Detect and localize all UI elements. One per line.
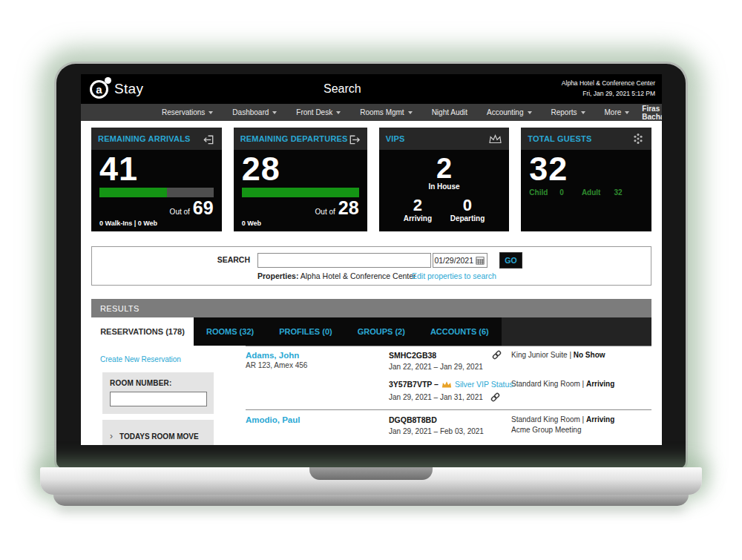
reservation-row: 3Y57B7VTP – Silver VIP Status Jan 29, 20… (246, 380, 651, 403)
todays-room-move-label: TODAYS ROOM MOVE (119, 432, 199, 441)
kpi-cards: REMAINING ARRIVALS 41 Out of (91, 128, 651, 231)
logo-text: Stay (114, 81, 143, 97)
properties-value: Alpha Hotel & Conference Center (298, 271, 416, 280)
stay-dates: Jan 22, 2021 – Jan 29, 2021 (389, 363, 511, 371)
main-nav: Reservations Dashboard Front Desk Rooms … (81, 104, 662, 121)
departures-progress (242, 188, 359, 197)
property-name: Alpha Hotel & Conference Center (562, 79, 655, 89)
room-status-cell: Standard King Room | Arriving Acme Group… (511, 415, 651, 435)
confirmation-cell: 3Y57B7VTP – Silver VIP Status Jan 29, 20… (389, 380, 511, 403)
guest-name-link[interactable]: Adams, John (246, 351, 389, 360)
card-header: REMAINING ARRIVALS (91, 128, 222, 150)
results-sidebar: Create New Reservation ROOM NUMBER: › TO… (91, 346, 223, 445)
confirmation-number: 3Y57B7VTP – (389, 380, 439, 389)
card-title: VIPS (386, 134, 405, 143)
search-date-field[interactable]: 01/29/2021 (433, 253, 487, 268)
calendar-icon[interactable] (476, 256, 485, 265)
card-remaining-departures: REMAINING DEPARTURES 28 Out of (234, 128, 367, 231)
total-guests-value: 32 (529, 152, 643, 185)
out-of-label: Out of (170, 208, 190, 216)
properties-label: Properties: (257, 271, 298, 280)
chevron-down-icon (528, 111, 532, 114)
vips-departing-label: Departing (450, 214, 485, 223)
chevron-down-icon (625, 111, 629, 114)
laptop-bezel: a Stay Search Alpha Hotel & Conference C… (56, 64, 686, 469)
nav-item-front-desk[interactable]: Front Desk (286, 108, 350, 116)
door-arrow-in-icon (203, 133, 215, 145)
vips-arriving: 2 Arriving (404, 197, 432, 223)
link-icon[interactable] (490, 392, 501, 403)
guest-cell: Amodio, Paul (246, 415, 389, 435)
reservation-status: Arriving (586, 380, 614, 388)
tab-rooms[interactable]: ROOMS (32) (194, 317, 266, 346)
room-status-cell: Standard King Room | Arriving (511, 380, 651, 403)
departures-out-of: Out of 28 (242, 197, 359, 219)
card-vips: VIPS 2 In House (379, 128, 510, 231)
chevron-right-icon: › (110, 431, 113, 441)
nav-item-accounting[interactable]: Accounting (477, 108, 541, 116)
adult-value: 32 (614, 188, 622, 197)
vips-departing-value: 0 (450, 197, 485, 214)
search-properties: Properties: Alpha Hotel & Conference Cen… (257, 271, 416, 280)
stay-dates-line: Jan 29, 2021 – Jan 31, 2021 (389, 392, 511, 403)
logo-dot-icon (105, 77, 111, 84)
laptop-lid-notch (309, 467, 433, 480)
guest-cell: Adams, John AR 123, Amex 456 (246, 351, 389, 371)
vips-arriving-value: 2 (404, 197, 432, 214)
chevron-down-icon (408, 111, 413, 114)
card-remaining-arrivals: REMAINING ARRIVALS 41 Out of (91, 128, 222, 231)
reservation-row: Adams, John AR 123, Amex 456 SMHC2GB38 J… (246, 351, 651, 371)
app-logo: a Stay (90, 80, 143, 99)
tab-reservations[interactable]: RESERVATIONS (178) (91, 317, 194, 346)
arrivals-progress-fill (99, 188, 167, 197)
results-body: Create New Reservation ROOM NUMBER: › TO… (91, 346, 651, 445)
edit-properties-link[interactable]: Edit properties to search (412, 271, 496, 280)
door-arrow-out-icon (348, 133, 361, 145)
nav-user-menu[interactable]: Firas Bacha (639, 105, 662, 121)
tabs-strip: ROOMS (32) PROFILES (0) GROUPS (2) ACCOU… (194, 317, 502, 346)
arrivals-out-of: Out of 69 (99, 197, 214, 219)
card-header: REMAINING DEPARTURES (234, 128, 367, 150)
arrivals-progress (99, 188, 214, 197)
results-title: RESULTS (100, 304, 139, 313)
card-total-guests: TOTAL GUESTS 32 (521, 128, 651, 231)
nav-item-reservations[interactable]: Reservations (152, 108, 223, 116)
nav-item-dashboard[interactable]: Dashboard (223, 108, 286, 116)
results-header-bar: RESULTS (91, 299, 651, 317)
guest-breakdown: Child 0 Adult 32 (529, 188, 643, 197)
search-input[interactable] (257, 253, 431, 268)
reservations-list: Adams, John AR 123, Amex 456 SMHC2GB38 J… (246, 346, 651, 445)
room-type: King Junior Suite | (511, 351, 574, 359)
go-button[interactable]: GO (499, 252, 522, 269)
link-icon[interactable] (491, 349, 502, 363)
todays-room-move-expander[interactable]: › TODAYS ROOM MOVE (102, 420, 214, 445)
room-status-cell: King Junior Suite | No Show (511, 351, 651, 371)
nav-item-reports[interactable]: Reports (542, 108, 595, 116)
out-of-label: Out of (315, 208, 335, 216)
create-new-reservation-link[interactable]: Create New Reservation (100, 355, 223, 363)
main-content: REMAINING ARRIVALS 41 Out of (81, 128, 662, 445)
laptop-screen: a Stay Search Alpha Hotel & Conference C… (81, 74, 662, 445)
card-body: 32 Child 0 Adult 32 (521, 150, 651, 231)
room-number-label: ROOM NUMBER: (110, 379, 214, 387)
room-type: Standard King Room | (511, 380, 586, 388)
laptop-base (40, 467, 702, 495)
card-title: REMAINING ARRIVALS (98, 134, 191, 143)
guest-name-link[interactable]: Amodio, Paul (246, 415, 389, 424)
tab-profiles[interactable]: PROFILES (0) (266, 317, 345, 346)
room-type: Standard King Room | (511, 415, 586, 424)
confirmation-number: DGQB8T8BD (389, 415, 511, 424)
group-note: Acme Group Meeting (511, 426, 651, 434)
tab-accounts[interactable]: ACCOUNTS (6) (418, 317, 502, 346)
room-number-input[interactable] (110, 392, 207, 406)
nav-item-more[interactable]: More (595, 108, 640, 116)
nav-item-night-audit[interactable]: Night Audit (422, 108, 477, 116)
card-header: VIPS (379, 128, 510, 150)
tab-groups[interactable]: GROUPS (2) (345, 317, 418, 346)
current-datetime: Fri, Jan 29, 2021 5:12 PM (562, 89, 655, 99)
nav-item-rooms-mgmt[interactable]: Rooms Mgmt (350, 108, 421, 116)
results-tabs: RESERVATIONS (178) ROOMS (32) PROFILES (… (91, 317, 651, 346)
arrivals-footer: 0 Walk-Ins | 0 Web (99, 220, 157, 227)
vip-status-link[interactable]: Silver VIP Status (455, 380, 513, 389)
header-meta: Alpha Hotel & Conference Center Fri, Jan… (562, 79, 662, 99)
